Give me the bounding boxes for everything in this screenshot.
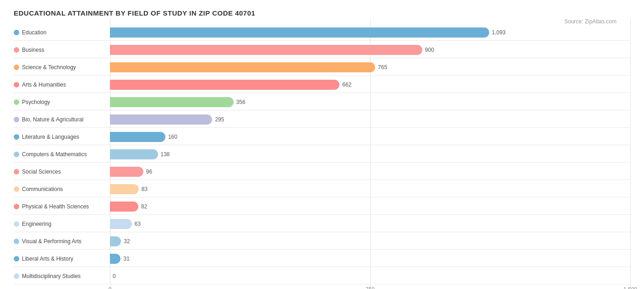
bar-label-text: Science & Technology bbox=[22, 64, 76, 71]
grid-line bbox=[630, 88, 631, 116]
grid-line bbox=[630, 158, 631, 185]
bar-label: Psychology bbox=[14, 99, 110, 105]
bar: 138 bbox=[110, 149, 158, 159]
bar-value-label: 295 bbox=[215, 116, 224, 123]
bar-label: Arts & Humanities bbox=[14, 82, 110, 88]
bar-label: Education bbox=[14, 29, 110, 36]
bar-label-text: Liberal Arts & History bbox=[22, 256, 73, 262]
bar: 31 bbox=[110, 254, 120, 264]
bar-value-label: 82 bbox=[141, 203, 147, 210]
bar-label-text: Physical & Health Sciences bbox=[22, 203, 89, 210]
bar-label: Liberal Arts & History bbox=[14, 256, 110, 262]
bar: 295 bbox=[110, 115, 212, 125]
bar-label-text: Computers & Mathematics bbox=[22, 151, 87, 158]
bar-dot bbox=[14, 117, 19, 122]
bar-row: Communications83 bbox=[14, 181, 630, 197]
bar-dot bbox=[14, 204, 19, 209]
source-label: Source: ZipAtlas.com bbox=[564, 18, 617, 25]
bar-row: Liberal Arts & History31 bbox=[14, 251, 630, 267]
bar-label: Bio, Nature & Agricultural bbox=[14, 116, 110, 123]
x-label-1500: 1,500 bbox=[623, 286, 637, 289]
bar-label: Visual & Performing Arts bbox=[14, 238, 110, 245]
bar-label: Literature & Languages bbox=[14, 134, 110, 140]
bar-value-label: 900 bbox=[425, 47, 434, 53]
bar-row: Education1,093 bbox=[14, 24, 630, 41]
bar-value-label: 63 bbox=[135, 221, 141, 227]
bar-area-wrapper: 160 bbox=[110, 131, 630, 142]
bar-area-wrapper: 1,093 bbox=[110, 27, 630, 38]
bar-label-text: Business bbox=[22, 47, 44, 53]
bar: 160 bbox=[110, 132, 165, 142]
x-label-0: 0 bbox=[109, 286, 112, 289]
bar-area-wrapper: 63 bbox=[110, 218, 630, 229]
bar-area-wrapper: 900 bbox=[110, 44, 630, 55]
bar: 662 bbox=[110, 80, 339, 90]
chart-title: EDUCATIONAL ATTAINMENT BY FIELD OF STUDY… bbox=[14, 9, 630, 17]
bar-dot bbox=[14, 239, 19, 244]
bar-dot bbox=[14, 273, 19, 279]
grid-line bbox=[630, 54, 631, 81]
bar: 900 bbox=[110, 45, 422, 55]
bar-dot bbox=[14, 134, 19, 140]
bar: 63 bbox=[110, 219, 132, 229]
bar-value-label: 662 bbox=[342, 82, 351, 88]
bar-area-wrapper: 356 bbox=[110, 97, 630, 108]
bar-value-label: 1,093 bbox=[492, 29, 506, 36]
bar-value-label: 765 bbox=[378, 64, 387, 71]
bar-label-text: Social Sciences bbox=[22, 169, 61, 175]
bar-label-text: Multidisciplinary Studies bbox=[22, 273, 81, 279]
bar-label-text: Education bbox=[22, 29, 46, 36]
bar-label: Physical & Health Sciences bbox=[14, 203, 110, 210]
bar-area-wrapper: 96 bbox=[110, 166, 630, 177]
bar-label-text: Psychology bbox=[22, 99, 50, 105]
bar-area-wrapper: 662 bbox=[110, 79, 630, 90]
grid-line bbox=[630, 210, 631, 238]
grid-line bbox=[630, 262, 631, 289]
bar: 96 bbox=[110, 167, 143, 177]
grid-line bbox=[630, 19, 631, 46]
bar-label-text: Engineering bbox=[22, 221, 51, 227]
bar-row: Physical & Health Sciences82 bbox=[14, 198, 630, 215]
bar-area-wrapper: 82 bbox=[110, 201, 630, 212]
bar-dot bbox=[14, 256, 19, 262]
bar-label: Business bbox=[14, 47, 110, 53]
bar-dot bbox=[14, 152, 19, 157]
grid-line bbox=[630, 175, 631, 203]
bar: 83 bbox=[110, 184, 139, 194]
bar-value-label: 83 bbox=[142, 186, 147, 192]
bar-row: Visual & Performing Arts32 bbox=[14, 233, 630, 250]
bar-value-label: 138 bbox=[161, 151, 170, 158]
grid-line bbox=[630, 71, 631, 98]
bar-dot bbox=[14, 82, 19, 87]
bar-label: Computers & Mathematics bbox=[14, 151, 110, 158]
grid-line bbox=[630, 245, 631, 273]
bar-row: Engineering63 bbox=[14, 216, 630, 232]
bar-row: Multidisciplinary Studies0 bbox=[14, 268, 630, 284]
grid-line bbox=[630, 106, 631, 133]
bar-row: Science & Technology765 bbox=[14, 59, 630, 76]
bar-label-text: Literature & Languages bbox=[22, 134, 79, 140]
bar-value-label: 0 bbox=[113, 273, 116, 279]
bar-label-text: Arts & Humanities bbox=[22, 82, 66, 88]
grid-line bbox=[630, 228, 631, 255]
bar-value-label: 31 bbox=[123, 256, 129, 262]
bar-row: Arts & Humanities662 bbox=[14, 76, 630, 93]
bar-dot bbox=[14, 65, 19, 70]
bar: 82 bbox=[110, 202, 138, 212]
bar: 1,093 bbox=[110, 27, 489, 38]
grid-line bbox=[630, 193, 631, 220]
x-label-750: 750 bbox=[366, 286, 375, 289]
bar-label: Social Sciences bbox=[14, 169, 110, 175]
bar-value-label: 160 bbox=[168, 134, 177, 140]
bar-area-wrapper: 83 bbox=[110, 184, 630, 195]
bar-row: Psychology356 bbox=[14, 94, 630, 110]
bar-value-label: 356 bbox=[236, 99, 246, 105]
grid-line bbox=[630, 141, 631, 168]
bar-area-wrapper: 0 bbox=[110, 271, 630, 282]
bar-row: Social Sciences96 bbox=[14, 164, 630, 180]
bar-dot bbox=[14, 221, 19, 227]
bar-row: Computers & Mathematics138 bbox=[14, 146, 630, 163]
bar-area-wrapper: 31 bbox=[110, 253, 630, 264]
bar: 356 bbox=[110, 97, 234, 107]
bar-label-text: Bio, Nature & Agricultural bbox=[22, 116, 83, 123]
